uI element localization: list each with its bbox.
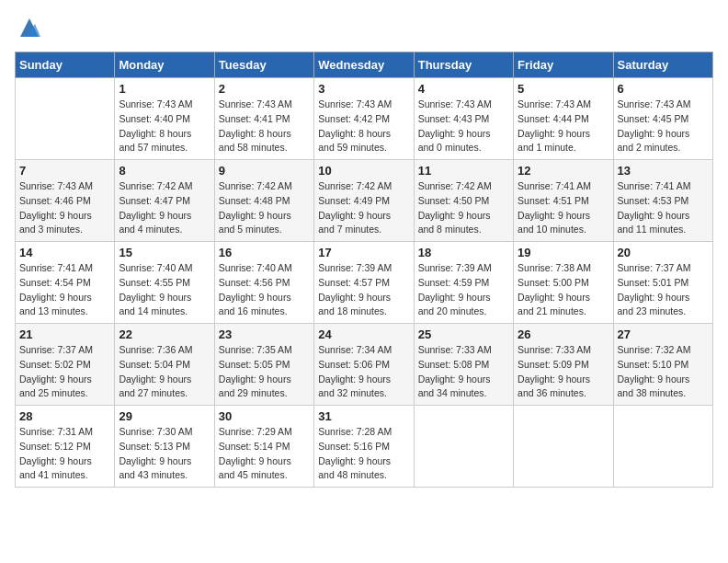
weekday-header-tuesday: Tuesday: [214, 52, 313, 78]
calendar-cell: 31Sunrise: 7:28 AM Sunset: 5:16 PM Dayli…: [314, 406, 414, 488]
calendar-table: SundayMondayTuesdayWednesdayThursdayFrid…: [15, 52, 713, 488]
day-info: Sunrise: 7:40 AM Sunset: 4:56 PM Dayligh…: [219, 261, 310, 319]
calendar-cell: 28Sunrise: 7:31 AM Sunset: 5:12 PM Dayli…: [16, 406, 115, 488]
weekday-header-wednesday: Wednesday: [314, 52, 414, 78]
day-info: Sunrise: 7:37 AM Sunset: 5:02 PM Dayligh…: [19, 343, 110, 401]
day-number: 18: [418, 246, 509, 259]
day-info: Sunrise: 7:41 AM Sunset: 4:53 PM Dayligh…: [618, 179, 709, 237]
day-info: Sunrise: 7:30 AM Sunset: 5:13 PM Dayligh…: [119, 425, 210, 483]
weekday-header-row: SundayMondayTuesdayWednesdayThursdayFrid…: [16, 52, 713, 78]
day-number: 31: [318, 409, 409, 423]
week-row-4: 28Sunrise: 7:31 AM Sunset: 5:12 PM Dayli…: [16, 406, 713, 488]
day-number: 5: [518, 82, 609, 96]
day-number: 13: [618, 164, 709, 178]
day-info: Sunrise: 7:42 AM Sunset: 4:50 PM Dayligh…: [418, 179, 509, 237]
day-number: 28: [19, 409, 110, 423]
day-info: Sunrise: 7:39 AM Sunset: 4:57 PM Dayligh…: [318, 261, 409, 319]
day-info: Sunrise: 7:37 AM Sunset: 5:01 PM Dayligh…: [618, 261, 709, 319]
day-number: 27: [618, 327, 709, 341]
day-info: Sunrise: 7:43 AM Sunset: 4:41 PM Dayligh…: [219, 98, 310, 155]
calendar-cell: [16, 78, 115, 160]
calendar-cell: 13Sunrise: 7:41 AM Sunset: 4:53 PM Dayli…: [613, 160, 712, 242]
calendar-cell: 2Sunrise: 7:43 AM Sunset: 4:41 PM Daylig…: [214, 78, 313, 160]
day-info: Sunrise: 7:39 AM Sunset: 4:59 PM Dayligh…: [418, 261, 509, 319]
calendar-cell: 22Sunrise: 7:36 AM Sunset: 5:04 PM Dayli…: [115, 324, 214, 406]
day-info: Sunrise: 7:36 AM Sunset: 5:04 PM Dayligh…: [119, 343, 210, 401]
day-number: 24: [318, 327, 409, 341]
calendar-cell: 15Sunrise: 7:40 AM Sunset: 4:55 PM Dayli…: [115, 242, 214, 324]
day-info: Sunrise: 7:43 AM Sunset: 4:46 PM Dayligh…: [19, 179, 110, 237]
logo: [15, 15, 42, 40]
calendar-cell: 20Sunrise: 7:37 AM Sunset: 5:01 PM Dayli…: [613, 242, 712, 324]
week-row-1: 7Sunrise: 7:43 AM Sunset: 4:46 PM Daylig…: [16, 160, 713, 242]
day-info: Sunrise: 7:43 AM Sunset: 4:43 PM Dayligh…: [418, 98, 509, 155]
calendar-cell: 5Sunrise: 7:43 AM Sunset: 4:44 PM Daylig…: [514, 78, 613, 160]
day-number: 7: [19, 164, 110, 178]
day-number: 21: [19, 327, 110, 341]
week-row-0: 1Sunrise: 7:43 AM Sunset: 4:40 PM Daylig…: [16, 78, 713, 160]
calendar-cell: 29Sunrise: 7:30 AM Sunset: 5:13 PM Dayli…: [115, 406, 214, 488]
day-info: Sunrise: 7:31 AM Sunset: 5:12 PM Dayligh…: [19, 425, 110, 483]
day-number: 14: [19, 246, 110, 259]
day-number: 9: [219, 164, 310, 178]
day-info: Sunrise: 7:32 AM Sunset: 5:10 PM Dayligh…: [618, 343, 709, 401]
day-number: 11: [418, 164, 509, 178]
day-number: 19: [518, 246, 609, 259]
calendar-cell: [514, 406, 613, 488]
calendar-cell: 17Sunrise: 7:39 AM Sunset: 4:57 PM Dayli…: [314, 242, 414, 324]
calendar-cell: 8Sunrise: 7:42 AM Sunset: 4:47 PM Daylig…: [115, 160, 214, 242]
day-number: 3: [318, 82, 409, 96]
day-info: Sunrise: 7:41 AM Sunset: 4:51 PM Dayligh…: [518, 179, 609, 237]
day-number: 23: [219, 327, 310, 341]
day-number: 22: [119, 327, 210, 341]
day-number: 15: [119, 246, 210, 259]
week-row-2: 14Sunrise: 7:41 AM Sunset: 4:54 PM Dayli…: [16, 242, 713, 324]
day-number: 29: [119, 409, 210, 423]
day-number: 20: [618, 246, 709, 259]
day-number: 10: [318, 164, 409, 178]
calendar-cell: 10Sunrise: 7:42 AM Sunset: 4:49 PM Dayli…: [314, 160, 414, 242]
day-info: Sunrise: 7:43 AM Sunset: 4:40 PM Dayligh…: [119, 98, 210, 155]
calendar-cell: 4Sunrise: 7:43 AM Sunset: 4:43 PM Daylig…: [414, 78, 513, 160]
calendar-cell: 16Sunrise: 7:40 AM Sunset: 4:56 PM Dayli…: [214, 242, 313, 324]
day-number: 2: [219, 82, 310, 96]
day-info: Sunrise: 7:43 AM Sunset: 4:42 PM Dayligh…: [318, 98, 409, 155]
week-row-3: 21Sunrise: 7:37 AM Sunset: 5:02 PM Dayli…: [16, 324, 713, 406]
calendar-cell: 14Sunrise: 7:41 AM Sunset: 4:54 PM Dayli…: [16, 242, 115, 324]
calendar-cell: 25Sunrise: 7:33 AM Sunset: 5:08 PM Dayli…: [414, 324, 513, 406]
day-number: 25: [418, 327, 509, 341]
calendar-cell: 21Sunrise: 7:37 AM Sunset: 5:02 PM Dayli…: [16, 324, 115, 406]
day-number: 8: [119, 164, 210, 178]
calendar-cell: 9Sunrise: 7:42 AM Sunset: 4:48 PM Daylig…: [214, 160, 313, 242]
calendar-cell: 7Sunrise: 7:43 AM Sunset: 4:46 PM Daylig…: [16, 160, 115, 242]
day-number: 4: [418, 82, 509, 96]
calendar-cell: 24Sunrise: 7:34 AM Sunset: 5:06 PM Dayli…: [314, 324, 414, 406]
weekday-header-thursday: Thursday: [414, 52, 513, 78]
day-info: Sunrise: 7:33 AM Sunset: 5:08 PM Dayligh…: [418, 343, 509, 401]
calendar-cell: 6Sunrise: 7:43 AM Sunset: 4:45 PM Daylig…: [613, 78, 712, 160]
day-info: Sunrise: 7:41 AM Sunset: 4:54 PM Dayligh…: [19, 261, 110, 319]
day-number: 17: [318, 246, 409, 259]
calendar-cell: [414, 406, 513, 488]
day-info: Sunrise: 7:43 AM Sunset: 4:45 PM Dayligh…: [618, 98, 709, 155]
day-number: 12: [518, 164, 609, 178]
day-info: Sunrise: 7:40 AM Sunset: 4:55 PM Dayligh…: [119, 261, 210, 319]
day-info: Sunrise: 7:43 AM Sunset: 4:44 PM Dayligh…: [518, 98, 609, 155]
day-info: Sunrise: 7:38 AM Sunset: 5:00 PM Dayligh…: [518, 261, 609, 319]
logo-icon: [17, 15, 42, 40]
calendar-cell: 23Sunrise: 7:35 AM Sunset: 5:05 PM Dayli…: [214, 324, 313, 406]
calendar-cell: 18Sunrise: 7:39 AM Sunset: 4:59 PM Dayli…: [414, 242, 513, 324]
weekday-header-monday: Monday: [115, 52, 214, 78]
calendar-cell: 30Sunrise: 7:29 AM Sunset: 5:14 PM Dayli…: [214, 406, 313, 488]
calendar-cell: 19Sunrise: 7:38 AM Sunset: 5:00 PM Dayli…: [514, 242, 613, 324]
day-number: 6: [618, 82, 709, 96]
day-info: Sunrise: 7:34 AM Sunset: 5:06 PM Dayligh…: [318, 343, 409, 401]
day-info: Sunrise: 7:35 AM Sunset: 5:05 PM Dayligh…: [219, 343, 310, 401]
calendar-cell: 26Sunrise: 7:33 AM Sunset: 5:09 PM Dayli…: [514, 324, 613, 406]
header: [15, 15, 713, 40]
day-info: Sunrise: 7:42 AM Sunset: 4:48 PM Dayligh…: [219, 179, 310, 237]
day-info: Sunrise: 7:33 AM Sunset: 5:09 PM Dayligh…: [518, 343, 609, 401]
calendar-cell: 27Sunrise: 7:32 AM Sunset: 5:10 PM Dayli…: [613, 324, 712, 406]
day-number: 26: [518, 327, 609, 341]
day-info: Sunrise: 7:29 AM Sunset: 5:14 PM Dayligh…: [219, 425, 310, 483]
